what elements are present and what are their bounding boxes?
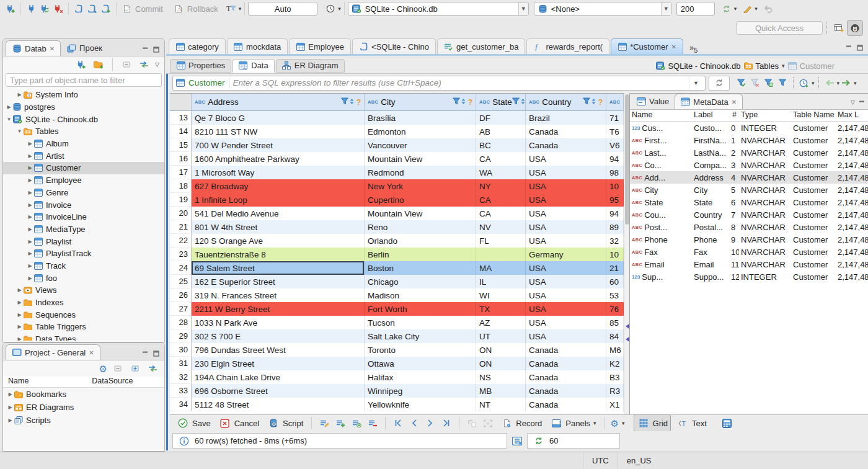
metadata-row-12[interactable]: 123Sup...Suppo...12INTEGERCustomer2,147,… xyxy=(630,270,868,283)
cell-city[interactable]: Ottawa xyxy=(365,357,476,370)
scrollbar-thumb[interactable] xyxy=(625,94,629,225)
cell-state[interactable]: IL xyxy=(476,275,526,288)
minimize-icon[interactable] xyxy=(141,350,149,357)
editor-tab-category[interactable]: category xyxy=(169,38,226,54)
tree-item-indexes[interactable]: ▶Indexes xyxy=(3,297,164,309)
tab-projects[interactable]: Проек xyxy=(61,40,108,56)
connection-combo-arrow[interactable]: ▼ xyxy=(518,2,528,15)
calculator-icon[interactable] xyxy=(720,416,734,430)
cell-city[interactable]: Redmond xyxy=(365,166,476,179)
cell-country[interactable]: USA xyxy=(526,302,606,316)
tree-item-invoiceline[interactable]: ▶InvoiceLine xyxy=(3,211,164,223)
active-connection-combo[interactable]: SQLite - Chinook.db ▼ xyxy=(348,2,529,16)
cell-address[interactable]: 1 Infinite Loop xyxy=(192,193,365,207)
editor-tab--sqlite-chino[interactable]: <SQLite - Chino xyxy=(352,38,436,54)
cell-state[interactable]: WA xyxy=(476,166,526,179)
cell-city[interactable]: Mountain View xyxy=(365,207,476,220)
cell-city[interactable]: Brasília xyxy=(365,111,476,125)
cell-postal-partial[interactable]: 60 xyxy=(606,275,624,288)
tree-item-track[interactable]: ▶Track xyxy=(3,260,164,272)
chevron-down-icon[interactable]: ▼ xyxy=(16,128,23,134)
maximize-icon[interactable] xyxy=(152,350,161,357)
disconnect-icon[interactable] xyxy=(51,2,65,16)
sort-icon[interactable] xyxy=(348,97,355,107)
meta-column-1[interactable]: Label xyxy=(692,110,730,121)
tree-item-genre[interactable]: ▶Genre xyxy=(3,187,164,199)
row-number[interactable]: 21 xyxy=(170,220,192,234)
cell-state[interactable]: CA xyxy=(476,193,526,207)
cell-postal-partial[interactable]: 98 xyxy=(606,166,624,179)
cell-address[interactable]: 194A Chain Lake Drive xyxy=(192,370,365,384)
chevron-right-icon[interactable]: ▶ xyxy=(16,300,23,305)
column-info-icon[interactable]: ? xyxy=(468,98,472,107)
cell-state[interactable]: MB xyxy=(476,384,526,398)
meta-column-4[interactable]: Table Name xyxy=(791,110,836,121)
column-datasource[interactable]: DataSource xyxy=(92,377,133,387)
panel-menu-icon[interactable]: ▽ xyxy=(851,99,855,107)
metadata-row-10[interactable]: ABCFaxFax10NVARCHARCustomer2,147,483 xyxy=(630,246,868,258)
transaction-log-caret[interactable]: ▾ xyxy=(338,6,341,12)
filter-history-arrow[interactable]: ▼ xyxy=(689,76,702,90)
cell-country[interactable]: Canada xyxy=(526,370,606,384)
cell-country[interactable]: USA xyxy=(526,316,606,329)
cell-address[interactable]: 1033 N Park Ave xyxy=(192,316,365,329)
tab-project-general[interactable]: Project - General ✕ xyxy=(6,344,100,360)
project-item-bookmarks[interactable]: ▶Bookmarks xyxy=(3,388,164,401)
cell-country[interactable]: USA xyxy=(526,220,606,234)
refresh-connection-icon[interactable] xyxy=(720,2,733,16)
cell-postal-partial[interactable]: R3 xyxy=(606,384,624,398)
chevron-right-icon[interactable]: ▶ xyxy=(16,312,23,318)
chevron-right-icon[interactable]: ▶ xyxy=(27,202,33,208)
cell-address[interactable]: 1600 Amphitheatre Parkway xyxy=(192,152,365,166)
cell-postal-partial[interactable]: 10 xyxy=(606,179,624,193)
switch-presentation-icon[interactable] xyxy=(510,434,524,448)
cell-state[interactable]: ON xyxy=(476,343,526,357)
cell-city[interactable]: Berlin xyxy=(365,248,476,261)
chevron-right-icon[interactable]: ▶ xyxy=(16,92,23,97)
new-sql-editor-icon[interactable] xyxy=(72,2,86,16)
row-number[interactable]: 25 xyxy=(170,275,192,288)
new-connection-icon[interactable] xyxy=(4,2,17,16)
cell-postal-partial[interactable]: 94 xyxy=(606,207,624,220)
cell-address[interactable]: 302 S 700 E xyxy=(192,329,365,343)
cell-country[interactable]: USA xyxy=(526,329,606,343)
refresh-caret[interactable]: ▾ xyxy=(734,6,737,12)
meta-column-0[interactable]: Name xyxy=(630,110,692,121)
metadata-row-2[interactable]: ABCLast...LastNa...2NVARCHARCustomer2,14… xyxy=(630,146,868,159)
project-settings-gear-icon[interactable]: ⚙ xyxy=(99,364,107,373)
chevron-right-icon[interactable]: ▶ xyxy=(27,190,33,195)
row-number[interactable]: 34 xyxy=(170,398,192,411)
cell-postal-partial[interactable]: 85 xyxy=(606,316,624,329)
cell-state[interactable]: BC xyxy=(476,138,526,152)
record-button[interactable]: i Record xyxy=(497,415,544,431)
cell-postal-partial[interactable]: V6 xyxy=(606,138,624,152)
cell-country[interactable]: USA xyxy=(526,166,606,179)
save-button[interactable]: Save xyxy=(174,415,213,431)
chevron-right-icon[interactable]: ▶ xyxy=(27,165,33,171)
nav-new-folder-icon[interactable] xyxy=(92,58,105,71)
last-row-icon[interactable] xyxy=(440,416,453,430)
breadcrumb-tables[interactable]: Tables ▾ xyxy=(743,61,785,71)
cell-state[interactable]: NV xyxy=(476,220,526,234)
cell-country[interactable]: USA xyxy=(526,261,606,275)
row-number[interactable]: 26 xyxy=(170,288,192,302)
cell-postal-partial[interactable]: 10 xyxy=(606,248,624,261)
row-number[interactable]: 15 xyxy=(170,138,192,152)
row-number[interactable]: 29 xyxy=(170,329,192,343)
script-button[interactable]: Script xyxy=(264,415,306,431)
minimize-icon[interactable] xyxy=(857,99,866,107)
refresh-results-button[interactable] xyxy=(709,76,730,91)
cell-address[interactable]: 162 E Superior Street xyxy=(192,275,365,288)
cell-city[interactable]: New York xyxy=(365,179,476,193)
tree-item-tables[interactable]: ▼Tables xyxy=(3,125,164,138)
chevron-right-icon[interactable]: ▶ xyxy=(27,275,33,281)
column-header-state[interactable]: ABCState? xyxy=(476,94,526,110)
tree-item-data-types[interactable]: ▶Data Types xyxy=(3,333,164,341)
cell-postal-partial[interactable]: X1 xyxy=(606,398,624,411)
tree-item-artist[interactable]: ▶Artist xyxy=(3,150,164,162)
fetch-size-input[interactable]: 200 xyxy=(676,2,715,16)
row-number[interactable]: 23 xyxy=(170,248,192,261)
cell-city[interactable]: Halifax xyxy=(365,370,476,384)
save-filter-icon[interactable] xyxy=(762,76,776,90)
cell-city[interactable]: Vancouver xyxy=(365,138,476,152)
